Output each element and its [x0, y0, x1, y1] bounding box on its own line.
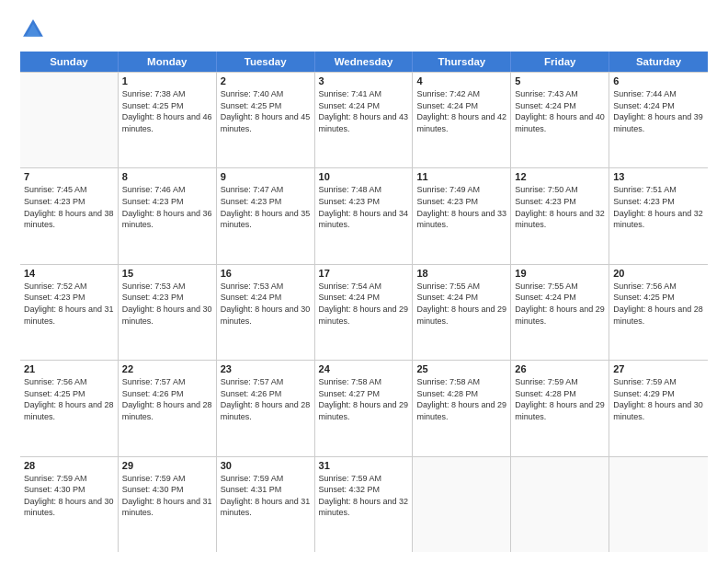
cell-info: Sunrise: 7:38 AM Sunset: 4:25 PM Dayligh… — [122, 88, 212, 134]
calendar-cell: 28Sunrise: 7:59 AM Sunset: 4:30 PM Dayli… — [20, 457, 119, 552]
calendar-cell: 27Sunrise: 7:59 AM Sunset: 4:29 PM Dayli… — [609, 361, 708, 455]
page: SundayMondayTuesdayWednesdayThursdayFrid… — [0, 0, 728, 563]
calendar-cell: 13Sunrise: 7:51 AM Sunset: 4:23 PM Dayli… — [609, 168, 708, 263]
day-number: 7 — [24, 171, 114, 182]
calendar-cell: 5Sunrise: 7:43 AM Sunset: 4:24 PM Daylig… — [511, 73, 609, 167]
calendar-cell: 30Sunrise: 7:59 AM Sunset: 4:31 PM Dayli… — [217, 457, 315, 552]
cell-info: Sunrise: 7:43 AM Sunset: 4:24 PM Dayligh… — [515, 88, 605, 134]
calendar-cell: 6Sunrise: 7:44 AM Sunset: 4:24 PM Daylig… — [609, 73, 708, 167]
calendar-cell: 1Sunrise: 7:38 AM Sunset: 4:25 PM Daylig… — [119, 73, 217, 167]
calendar-cell: 17Sunrise: 7:54 AM Sunset: 4:24 PM Dayli… — [315, 265, 414, 360]
cell-info: Sunrise: 7:52 AM Sunset: 4:23 PM Dayligh… — [24, 281, 114, 327]
cell-info: Sunrise: 7:59 AM Sunset: 4:28 PM Dayligh… — [515, 376, 605, 422]
header-day-sunday: Sunday — [20, 52, 119, 72]
cell-info: Sunrise: 7:58 AM Sunset: 4:27 PM Dayligh… — [319, 376, 409, 422]
calendar-cell: 26Sunrise: 7:59 AM Sunset: 4:28 PM Dayli… — [511, 361, 609, 455]
cell-info: Sunrise: 7:59 AM Sunset: 4:29 PM Dayligh… — [613, 376, 704, 422]
calendar-cell: 9Sunrise: 7:47 AM Sunset: 4:23 PM Daylig… — [217, 168, 315, 263]
header — [20, 17, 708, 42]
calendar-cell: 16Sunrise: 7:53 AM Sunset: 4:24 PM Dayli… — [217, 265, 315, 360]
calendar-row-4: 28Sunrise: 7:59 AM Sunset: 4:30 PM Dayli… — [20, 457, 708, 552]
day-number: 10 — [319, 171, 409, 182]
calendar-cell: 14Sunrise: 7:52 AM Sunset: 4:23 PM Dayli… — [20, 265, 119, 360]
calendar-cell: 25Sunrise: 7:58 AM Sunset: 4:28 PM Dayli… — [413, 361, 511, 455]
calendar-cell: 21Sunrise: 7:56 AM Sunset: 4:25 PM Dayli… — [20, 361, 119, 455]
day-number: 15 — [122, 268, 212, 279]
day-number: 23 — [221, 363, 311, 374]
calendar-row-3: 21Sunrise: 7:56 AM Sunset: 4:25 PM Dayli… — [20, 361, 708, 456]
calendar-cell: 3Sunrise: 7:41 AM Sunset: 4:24 PM Daylig… — [315, 73, 414, 167]
cell-info: Sunrise: 7:53 AM Sunset: 4:23 PM Dayligh… — [122, 281, 212, 327]
day-number: 29 — [122, 460, 212, 471]
day-number: 31 — [319, 460, 409, 471]
cell-info: Sunrise: 7:56 AM Sunset: 4:25 PM Dayligh… — [24, 376, 114, 422]
calendar-row-1: 7Sunrise: 7:45 AM Sunset: 4:23 PM Daylig… — [20, 168, 708, 264]
day-number: 11 — [416, 171, 506, 182]
calendar-cell — [413, 457, 511, 552]
logo — [20, 17, 50, 42]
day-number: 12 — [515, 171, 605, 182]
cell-info: Sunrise: 7:47 AM Sunset: 4:23 PM Dayligh… — [221, 184, 311, 230]
cell-info: Sunrise: 7:58 AM Sunset: 4:28 PM Dayligh… — [416, 376, 506, 422]
calendar-row-0: 1Sunrise: 7:38 AM Sunset: 4:25 PM Daylig… — [20, 72, 708, 168]
calendar-cell: 12Sunrise: 7:50 AM Sunset: 4:23 PM Dayli… — [511, 168, 609, 263]
day-number: 9 — [221, 171, 311, 182]
header-day-monday: Monday — [119, 52, 217, 72]
cell-info: Sunrise: 7:50 AM Sunset: 4:23 PM Dayligh… — [515, 184, 605, 230]
day-number: 17 — [319, 268, 409, 279]
calendar-row-2: 14Sunrise: 7:52 AM Sunset: 4:23 PM Dayli… — [20, 265, 708, 361]
calendar-cell: 24Sunrise: 7:58 AM Sunset: 4:27 PM Dayli… — [315, 361, 414, 455]
calendar-cell — [20, 73, 119, 167]
cell-info: Sunrise: 7:55 AM Sunset: 4:24 PM Dayligh… — [515, 281, 605, 327]
cell-info: Sunrise: 7:53 AM Sunset: 4:24 PM Dayligh… — [221, 281, 311, 327]
day-number: 24 — [319, 363, 409, 374]
cell-info: Sunrise: 7:59 AM Sunset: 4:30 PM Dayligh… — [122, 473, 212, 519]
cell-info: Sunrise: 7:57 AM Sunset: 4:26 PM Dayligh… — [122, 376, 212, 422]
header-day-saturday: Saturday — [609, 52, 708, 72]
cell-info: Sunrise: 7:59 AM Sunset: 4:30 PM Dayligh… — [24, 473, 114, 519]
day-number: 16 — [221, 268, 311, 279]
day-number: 27 — [613, 363, 704, 374]
day-number: 30 — [221, 460, 311, 471]
cell-info: Sunrise: 7:59 AM Sunset: 4:32 PM Dayligh… — [319, 473, 409, 519]
calendar-cell: 31Sunrise: 7:59 AM Sunset: 4:32 PM Dayli… — [315, 457, 414, 552]
day-number: 8 — [122, 171, 212, 182]
cell-info: Sunrise: 7:59 AM Sunset: 4:31 PM Dayligh… — [221, 473, 311, 519]
header-day-tuesday: Tuesday — [217, 52, 315, 72]
cell-info: Sunrise: 7:51 AM Sunset: 4:23 PM Dayligh… — [613, 184, 704, 230]
day-number: 2 — [221, 75, 311, 86]
cell-info: Sunrise: 7:54 AM Sunset: 4:24 PM Dayligh… — [319, 281, 409, 327]
day-number: 26 — [515, 363, 605, 374]
day-number: 25 — [416, 363, 506, 374]
calendar-cell: 22Sunrise: 7:57 AM Sunset: 4:26 PM Dayli… — [119, 361, 217, 455]
calendar-cell — [609, 457, 708, 552]
cell-info: Sunrise: 7:40 AM Sunset: 4:25 PM Dayligh… — [221, 88, 311, 134]
day-number: 13 — [613, 171, 704, 182]
calendar-header: SundayMondayTuesdayWednesdayThursdayFrid… — [20, 52, 708, 72]
cell-info: Sunrise: 7:41 AM Sunset: 4:24 PM Dayligh… — [319, 88, 409, 134]
day-number: 18 — [416, 268, 506, 279]
calendar-cell: 15Sunrise: 7:53 AM Sunset: 4:23 PM Dayli… — [119, 265, 217, 360]
calendar-cell: 10Sunrise: 7:48 AM Sunset: 4:23 PM Dayli… — [315, 168, 414, 263]
day-number: 22 — [122, 363, 212, 374]
day-number: 3 — [319, 75, 409, 86]
calendar-cell: 29Sunrise: 7:59 AM Sunset: 4:30 PM Dayli… — [119, 457, 217, 552]
cell-info: Sunrise: 7:44 AM Sunset: 4:24 PM Dayligh… — [613, 88, 704, 134]
cell-info: Sunrise: 7:57 AM Sunset: 4:26 PM Dayligh… — [221, 376, 311, 422]
day-number: 4 — [416, 75, 506, 86]
cell-info: Sunrise: 7:56 AM Sunset: 4:25 PM Dayligh… — [613, 281, 704, 327]
calendar-cell: 23Sunrise: 7:57 AM Sunset: 4:26 PM Dayli… — [217, 361, 315, 455]
day-number: 1 — [122, 75, 212, 86]
calendar-cell: 4Sunrise: 7:42 AM Sunset: 4:24 PM Daylig… — [413, 73, 511, 167]
header-day-thursday: Thursday — [413, 52, 511, 72]
day-number: 20 — [613, 268, 704, 279]
calendar-cell: 20Sunrise: 7:56 AM Sunset: 4:25 PM Dayli… — [609, 265, 708, 360]
day-number: 5 — [515, 75, 605, 86]
cell-info: Sunrise: 7:49 AM Sunset: 4:23 PM Dayligh… — [416, 184, 506, 230]
calendar-cell: 11Sunrise: 7:49 AM Sunset: 4:23 PM Dayli… — [413, 168, 511, 263]
cell-info: Sunrise: 7:45 AM Sunset: 4:23 PM Dayligh… — [24, 184, 114, 230]
cell-info: Sunrise: 7:48 AM Sunset: 4:23 PM Dayligh… — [319, 184, 409, 230]
calendar-cell: 2Sunrise: 7:40 AM Sunset: 4:25 PM Daylig… — [217, 73, 315, 167]
day-number: 6 — [613, 75, 704, 86]
day-number: 21 — [24, 363, 114, 374]
